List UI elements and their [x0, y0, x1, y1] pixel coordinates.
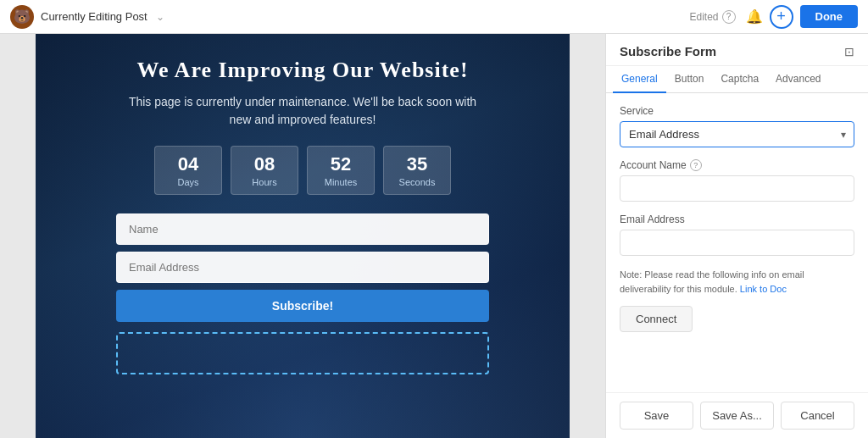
service-label: Service — [620, 105, 854, 117]
panel-body: Service Email Address Mailchimp Campaign… — [606, 93, 868, 392]
editing-title: Currently Editing Post — [41, 10, 147, 23]
countdown-timer: 04 Days 08 Hours 52 Minutes 35 Seconds — [154, 146, 451, 195]
collapse-icon[interactable]: ⊡ — [844, 45, 854, 58]
account-name-input[interactable] — [620, 175, 854, 202]
save-button[interactable]: Save — [620, 402, 693, 430]
email-address-field-group: Email Address — [620, 213, 854, 256]
panel-header: Subscribe Form ⊡ — [606, 34, 868, 66]
note-text: Note: Please read the following info on … — [620, 268, 854, 296]
connect-button[interactable]: Connect — [620, 306, 693, 332]
countdown-days: 04 Days — [154, 146, 222, 195]
edited-help-icon[interactable]: ? — [722, 10, 736, 24]
tab-captcha[interactable]: Captcha — [712, 66, 767, 93]
tab-button[interactable]: Button — [666, 66, 713, 93]
email-address-label: Email Address — [620, 213, 854, 225]
edited-status: Edited ? — [689, 10, 735, 24]
page-subtitle: This page is currently under maintenance… — [125, 93, 481, 129]
link-to-doc[interactable]: Link to Doc — [740, 284, 787, 294]
countdown-seconds: 35 Seconds — [383, 146, 451, 195]
chevron-down-icon[interactable]: ⌄ — [156, 11, 164, 23]
panel-title: Subscribe Form — [620, 44, 716, 58]
tab-general[interactable]: General — [613, 66, 666, 93]
account-name-help-icon[interactable]: ? — [690, 159, 702, 171]
name-input[interactable] — [116, 213, 489, 245]
service-field-group: Service Email Address Mailchimp Campaign… — [620, 105, 854, 147]
account-name-field-group: Account Name ? — [620, 159, 854, 202]
countdown-minutes: 52 Minutes — [307, 146, 375, 195]
canvas-area: We Are Improving Our Website! This page … — [0, 34, 605, 438]
right-panel: Subscribe Form ⊡ General Button Captcha … — [605, 34, 868, 438]
panel-footer: Save Save As... Cancel — [606, 392, 868, 438]
save-as-button[interactable]: Save As... — [700, 402, 774, 430]
main-area: We Are Improving Our Website! This page … — [0, 34, 868, 438]
subscribe-button[interactable]: Subscribe! — [116, 290, 489, 322]
page-heading: We Are Improving Our Website! — [136, 58, 468, 83]
add-button[interactable]: + — [770, 5, 793, 29]
done-button[interactable]: Done — [800, 5, 859, 28]
subscribe-form — [116, 213, 489, 283]
email-input[interactable] — [116, 252, 489, 283]
cancel-button[interactable]: Cancel — [781, 402, 854, 430]
topbar: 🐻 Currently Editing Post ⌄ Edited ? 🔔 + … — [0, 0, 868, 34]
canvas-content: We Are Improving Our Website! This page … — [53, 58, 553, 374]
app-logo: 🐻 — [10, 5, 34, 29]
service-select[interactable]: Email Address Mailchimp Campaign Monitor… — [620, 121, 854, 147]
panel-tabs: General Button Captcha Advanced — [606, 66, 868, 93]
panel-email-input[interactable] — [620, 230, 854, 256]
page-canvas: We Are Improving Our Website! This page … — [36, 34, 570, 438]
service-select-wrapper: Email Address Mailchimp Campaign Monitor… — [620, 121, 854, 147]
drop-zone — [116, 332, 489, 374]
account-name-label: Account Name ? — [620, 159, 854, 171]
countdown-hours: 08 Hours — [231, 146, 298, 195]
tab-advanced[interactable]: Advanced — [767, 66, 829, 93]
bell-icon[interactable]: 🔔 — [746, 8, 763, 25]
